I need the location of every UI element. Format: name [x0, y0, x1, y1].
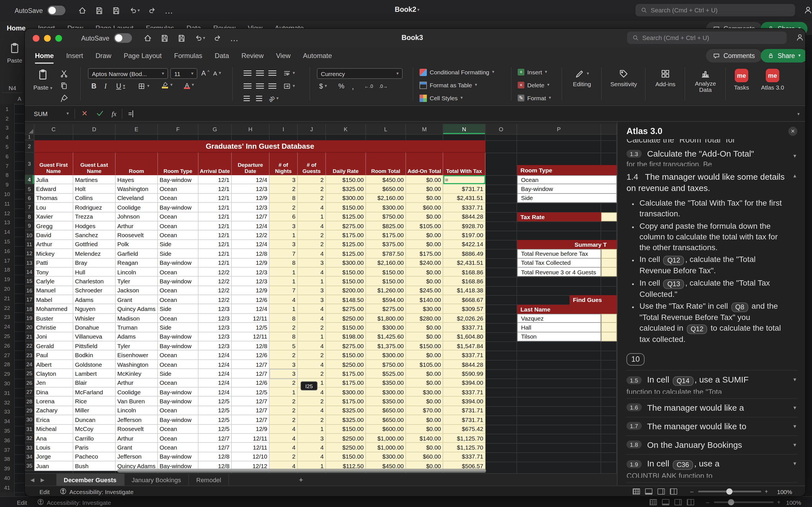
font-size-select[interactable]: 11▾ [170, 68, 197, 79]
cell[interactable]: $2,431.51 [443, 194, 486, 203]
cell[interactable]: Schroeder [73, 286, 116, 295]
atlas-task-1-3[interactable]: 1.3Calculate the "Add-On Total"▾for the … [626, 147, 797, 166]
cell[interactable]: Hayes [116, 175, 158, 184]
row-header-26[interactable]: 26 [25, 378, 34, 388]
home-icon[interactable] [143, 34, 152, 43]
cell[interactable]: 12/7 [199, 434, 232, 443]
cell[interactable]: $1,375.00 [366, 341, 406, 351]
cell[interactable]: Clayton [35, 369, 73, 378]
cell[interactable]: 12/5 [199, 425, 232, 434]
back-search-input[interactable]: Search (Cmd + Ctrl + U) [636, 4, 795, 16]
cell[interactable]: 3 [298, 295, 326, 304]
cell[interactable]: 7 [269, 249, 298, 258]
accounting-format-button[interactable]: $▾ [319, 81, 327, 91]
cell[interactable]: $450.00 [366, 175, 406, 184]
room-type-row[interactable]: Side [517, 194, 617, 203]
table-column-header[interactable]: Total With Tax [443, 153, 486, 175]
cell[interactable]: Goldstone [73, 360, 116, 369]
sensitivity-button[interactable]: Sensitivity [606, 69, 642, 87]
cell[interactable]: $168.86 [443, 268, 486, 277]
cell[interactable]: $150.00 [326, 175, 366, 184]
cell[interactable]: $240.00 [406, 258, 443, 268]
atlas-task-1-4[interactable]: 1.4The manager would like some details o… [626, 171, 797, 345]
cell[interactable]: Carlyle [35, 277, 73, 286]
row-header-11[interactable]: 11 [25, 240, 34, 249]
cell[interactable]: Grant [116, 295, 158, 304]
cell[interactable]: $150.00 [326, 277, 366, 286]
cell[interactable]: $0.00 [406, 351, 443, 360]
cell[interactable]: 12/4 [199, 360, 232, 369]
cell[interactable]: 1 [269, 388, 298, 397]
cell[interactable]: Lincoln [116, 406, 158, 415]
cell[interactable]: Buster [35, 314, 73, 323]
cell[interactable]: 12/5 [232, 388, 269, 397]
cell[interactable]: $650.00 [366, 415, 406, 425]
cell[interactable]: $1,800.00 [366, 314, 406, 323]
tax-rate-header[interactable]: Tax Rate [517, 212, 601, 221]
cell[interactable]: Ocean [158, 314, 199, 323]
cell[interactable]: $70.00 [406, 406, 443, 415]
cell[interactable]: Arthur [116, 221, 158, 231]
page-break-view-icon[interactable] [670, 489, 677, 495]
cell[interactable]: 12/9 [232, 258, 269, 268]
column-header-j[interactable]: J [298, 124, 326, 135]
cell[interactable]: Ocean [158, 212, 199, 221]
normal-view-icon[interactable] [662, 499, 669, 505]
cell-ref-pill-q14[interactable]: Q14 [673, 376, 693, 386]
cell[interactable]: Ocean [158, 295, 199, 304]
cell[interactable]: $787.50 [366, 249, 406, 258]
chevron-down-icon[interactable]: ▾ [794, 441, 796, 448]
cell[interactable]: 4 [298, 443, 326, 452]
cell[interactable]: Erica [35, 415, 73, 425]
table-column-header[interactable]: Room Total [366, 153, 406, 175]
cell[interactable]: Bay-window [158, 388, 199, 397]
cell[interactable]: $150.00 [326, 452, 366, 461]
cell[interactable]: 2 [269, 452, 298, 461]
cell[interactable]: 3 [269, 221, 298, 231]
step-count-pill[interactable]: 10 [626, 353, 645, 365]
cell[interactable]: 2 [269, 203, 298, 212]
cell[interactable]: Ocean [158, 443, 199, 452]
search-input[interactable]: Search (Cmd + Ctrl + U) [627, 32, 786, 44]
row-header-28[interactable]: 28 [25, 397, 34, 406]
cell[interactable]: 12/4 [232, 221, 269, 231]
cell[interactable]: 12/4 [199, 351, 232, 360]
row-header-24[interactable]: 24 [25, 360, 34, 369]
back-row-header-20[interactable]: 20 [0, 284, 14, 293]
cell[interactable]: $168.86 [443, 277, 486, 286]
cell[interactable]: $825.00 [366, 221, 406, 231]
back-row-header-29[interactable]: 29 [0, 369, 14, 379]
cell[interactable]: $105.00 [406, 360, 443, 369]
cell[interactable]: $250.00 [326, 434, 366, 443]
cell[interactable]: 12/3 [199, 341, 232, 351]
cell[interactable]: Albert [35, 360, 73, 369]
back-row-header-10[interactable]: 10 [0, 189, 14, 199]
cell[interactable]: 12/11 [232, 332, 269, 341]
cell[interactable]: 12/9 [232, 286, 269, 295]
back-row-header-6[interactable]: 6 [0, 152, 14, 161]
back-row-header-31[interactable]: 31 [0, 388, 14, 398]
cell[interactable]: $250.00 [326, 314, 366, 323]
back-row-header-3[interactable]: 3 [0, 123, 14, 133]
undo-icon[interactable]: ▾ [194, 34, 205, 43]
cell[interactable]: 2 [269, 323, 298, 332]
cell[interactable]: $197.00 [443, 231, 486, 240]
font-name-select[interactable]: Aptos Narrow (Bod...▾ [88, 68, 168, 79]
column-header-o[interactable]: O [486, 124, 517, 135]
cell[interactable]: $0.00 [406, 415, 443, 425]
align-right-button[interactable] [268, 81, 276, 91]
cell[interactable]: 12/7 [232, 406, 269, 415]
cell[interactable]: $300.00 [326, 388, 366, 397]
cell[interactable]: 12/1 [199, 212, 232, 221]
row-header-1[interactable]: 1 [25, 135, 34, 140]
cell[interactable]: $1,125.70 [443, 443, 486, 452]
back-row-header-23[interactable]: 23 [0, 313, 14, 322]
find-guest-row[interactable]: Tilson [517, 332, 601, 342]
cell[interactable]: Xavier [35, 212, 73, 221]
column-header-l[interactable]: L [366, 124, 406, 135]
save-icon[interactable] [95, 6, 104, 15]
cell[interactable]: Bay-window [158, 452, 199, 461]
cell[interactable]: Polk [116, 240, 158, 249]
row-header-25[interactable]: 25 [25, 369, 34, 378]
decrease-indent-button[interactable] [244, 94, 250, 104]
